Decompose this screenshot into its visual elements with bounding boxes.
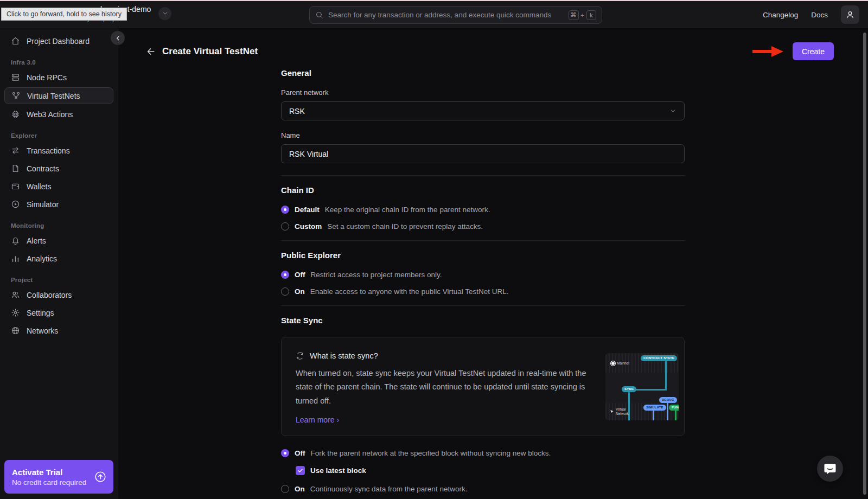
public-explorer-option-on[interactable]: On Enable access to anyone with the publ… (281, 287, 685, 296)
radio-selected-icon[interactable] (281, 449, 289, 457)
option-label: Off (295, 271, 305, 279)
back-button[interactable] (145, 44, 159, 59)
virtual-network-label-2: Network (616, 412, 629, 416)
mainnet-dot-icon (611, 361, 615, 366)
checkbox-checked-icon[interactable] (296, 466, 305, 475)
sidebar-section-monitoring: Monitoring (11, 222, 118, 229)
sidebar-item-label: Alerts (27, 236, 46, 245)
search-icon (315, 11, 323, 19)
state-sync-info-body: When turned on, state sync keeps your Vi… (296, 367, 591, 408)
name-input[interactable] (289, 150, 676, 158)
sidebar-item-networks[interactable]: Networks (0, 322, 118, 340)
radio-unselected-icon[interactable] (281, 485, 289, 493)
general-heading: General (281, 68, 685, 78)
docs-link[interactable]: Docs (811, 11, 828, 19)
option-description: Set a custom chain ID to prevent replay … (327, 222, 483, 231)
radio-unselected-icon[interactable] (281, 222, 289, 231)
mainnet-node: Mainnet (611, 361, 629, 366)
radio-selected-icon[interactable] (281, 271, 289, 279)
section-divider (281, 305, 685, 306)
sidebar-item-label: Networks (27, 327, 58, 335)
chain-id-heading: Chain ID (281, 185, 685, 195)
sidebar-item-virtual-testnets[interactable]: Virtual TestNets (4, 87, 113, 104)
parent-network-select[interactable]: RSK (281, 101, 685, 120)
topbar-right-nav: Changelog Docs (763, 1, 859, 28)
use-latest-block-checkbox-row[interactable]: Use latest block (296, 466, 685, 475)
annotation-red-arrow-icon (752, 46, 783, 57)
public-explorer-option-off[interactable]: Off Restrict access to project members o… (281, 271, 685, 279)
bar-chart-icon (11, 254, 20, 263)
state-sync-illustration: Mainnet CONTRACT STATE SYNC DEBUG SIMULA… (605, 353, 679, 420)
sidebar-item-label: Simulator (27, 200, 59, 209)
parent-network-label: Parent network (281, 88, 685, 97)
parent-network-value: RSK (289, 107, 669, 116)
chain-id-option-custom[interactable]: Custom Set a custom chain ID to prevent … (281, 222, 685, 231)
sidebar-collapse-button[interactable] (111, 31, 125, 45)
sidebar-section-infra: Infra 3.0 (11, 59, 118, 66)
sidebar-item-label: Collaborators (27, 291, 72, 299)
sidebar-item-collaborators[interactable]: Collaborators (0, 286, 118, 304)
sidebar-item-settings[interactable]: Settings (0, 304, 118, 322)
sidebar-item-contracts[interactable]: Contracts (0, 159, 118, 177)
create-button[interactable]: Create (793, 42, 834, 60)
option-label: On (295, 485, 305, 493)
cmd-key: ⌘ (569, 10, 579, 20)
arrow-up-circle-icon (94, 470, 107, 483)
topbar: my-rsk-project-demo my-rsk-project Searc… (0, 1, 868, 28)
wallet-icon (11, 182, 20, 191)
activate-trial-banner[interactable]: Activate Trial No credit card required (4, 460, 113, 494)
fund-line (675, 410, 676, 420)
state-sync-option-off[interactable]: Off Fork the parent network at the speci… (281, 449, 685, 457)
learn-more-link[interactable]: Learn more › (296, 415, 339, 424)
sidebar-item-label: Analytics (27, 254, 57, 263)
vertical-scrollbar[interactable] (863, 33, 866, 495)
person-icon (845, 10, 855, 20)
sidebar-item-alerts[interactable]: Alerts (0, 232, 118, 250)
sidebar-item-simulator[interactable]: Simulator (0, 195, 118, 213)
page-title: Create Virtual TestNet (162, 46, 258, 57)
state-sync-heading: State Sync (281, 316, 685, 325)
state-sync-option-on[interactable]: On Continuously sync data from the paren… (281, 485, 685, 493)
sync-badge: SYNC (622, 386, 636, 392)
option-description: Continuously sync data from the parent n… (310, 485, 468, 493)
chat-bubble-icon (823, 462, 837, 476)
sidebar-item-label: Contracts (27, 164, 59, 173)
state-sync-info-text: What is state sync? When turned on, stat… (282, 337, 605, 436)
account-button[interactable] (841, 5, 859, 24)
sidebar-item-project-dashboard[interactable]: Project Dashboard (0, 32, 118, 50)
play-circle-icon (11, 200, 20, 209)
sidebar-item-label: Web3 Actions (27, 110, 73, 119)
app-root: { "colors": { "accent": "#7a4ff0", "link… (0, 0, 868, 499)
global-search-input[interactable]: Search for any transaction or address, a… (309, 6, 602, 24)
debug-badge: DEBUG (659, 397, 677, 403)
section-divider (281, 175, 685, 176)
changelog-link[interactable]: Changelog (763, 11, 798, 19)
sync-icon (296, 351, 304, 360)
plus-sign: + (581, 12, 584, 18)
project-switcher-chevron-button[interactable] (158, 7, 171, 20)
k-key: k (586, 10, 596, 20)
radio-selected-icon[interactable] (281, 206, 289, 214)
contract-state-line (665, 361, 667, 391)
sidebar-item-node-rpcs[interactable]: Node RPCs (0, 68, 118, 86)
radio-unselected-icon[interactable] (281, 287, 289, 296)
section-divider (281, 240, 685, 241)
sidebar-item-analytics[interactable]: Analytics (0, 250, 118, 267)
sidebar-item-wallets[interactable]: Wallets (0, 177, 118, 195)
sidebar-item-web3-actions[interactable]: Web3 Actions (0, 105, 118, 123)
sidebar-item-transactions[interactable]: Transactions (0, 142, 118, 159)
fund-badge: FUND (669, 405, 679, 411)
chevron-down-icon (162, 10, 169, 17)
create-testnet-form: General Parent network RSK Name Chain ID… (281, 68, 685, 499)
state-sync-info-card: What is state sync? When turned on, stat… (281, 337, 685, 436)
sidebar-item-label: Transactions (27, 146, 70, 155)
users-icon (11, 290, 20, 299)
virtual-network-label-1: Virtual (616, 407, 629, 412)
chain-id-option-default[interactable]: Default Keep the original chain ID from … (281, 206, 685, 214)
name-label: Name (281, 131, 685, 139)
support-chat-button[interactable] (817, 456, 843, 482)
server-icon (11, 73, 20, 82)
sidebar-item-label: Settings (27, 309, 54, 317)
contract-state-badge: CONTRACT STATE (641, 355, 677, 361)
mainnet-label: Mainnet (617, 361, 629, 365)
